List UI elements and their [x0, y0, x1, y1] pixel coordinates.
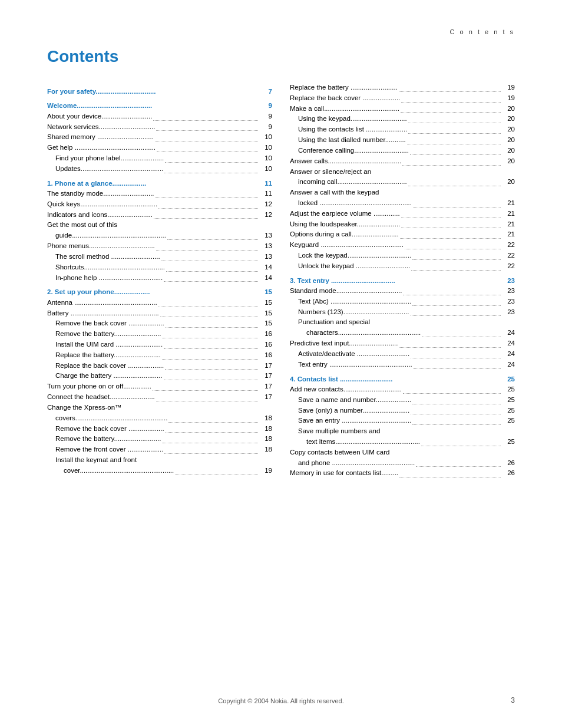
toc-item: Numbers (123)...........................…: [290, 307, 515, 318]
toc-item: Turn your phone on or off...............…: [47, 381, 272, 392]
toc-page: 15: [259, 286, 272, 297]
footer-page-number: 3: [511, 696, 515, 704]
toc-item: Shared memory ..........................…: [47, 132, 272, 143]
toc-page-num: 14: [259, 262, 272, 273]
toc-page-num: 25: [502, 406, 515, 416]
toc-section: 4. Contacts list .......................…: [290, 374, 515, 384]
toc-item: Standard mode...........................…: [290, 286, 515, 297]
toc-item-label: Conference calling......................…: [290, 146, 409, 156]
toc-item-label: Updates.................................…: [47, 164, 163, 174]
toc-item: Make a call.............................…: [290, 104, 515, 114]
toc-page: 23: [502, 275, 515, 286]
toc-item: incoming call...........................…: [290, 177, 515, 187]
toc-item-label: Indicators and icons....................…: [47, 210, 153, 220]
toc-item-label: Phone menus.............................…: [47, 241, 155, 252]
toc-item-label: Replace the battery.....................…: [47, 350, 161, 361]
footer-copyright: Copyright © 2004 Nokia. All rights reser…: [0, 697, 562, 704]
toc-page-num: 20: [502, 146, 515, 156]
toc-item: and phone ..............................…: [290, 458, 515, 469]
toc-item: Save multiple numbers and: [290, 426, 515, 437]
toc-item: Text entry .............................…: [290, 360, 515, 370]
toc-item-label: Keyguard ...............................…: [290, 240, 404, 251]
toc-section: 3. Text entry ..........................…: [290, 275, 515, 286]
toc-item: Answer or silence/reject an: [290, 167, 515, 177]
toc-page-num: 25: [502, 437, 515, 447]
toc-item-label: Shortcuts...............................…: [47, 262, 165, 273]
toc-item-label: Using the last dialled number...........: [290, 135, 406, 146]
toc-item: In-phone help ..........................…: [47, 273, 272, 284]
toc-page-num: 25: [502, 384, 515, 395]
toc-item-label: Save (only) a number....................…: [290, 406, 409, 416]
toc-page-num: 19: [259, 466, 272, 476]
toc-page-num: 11: [259, 189, 272, 199]
toc-item-label: Remove the battery......................…: [47, 434, 161, 444]
toc-item: Remove the battery......................…: [47, 434, 272, 444]
toc-item-label: Using the loudspeaker...................…: [290, 219, 400, 230]
toc-page-num: 17: [259, 361, 272, 371]
toc-page-num: 24: [502, 360, 515, 370]
toc-item-label: Network services........................…: [47, 122, 155, 133]
toc-page-num: 9: [259, 122, 272, 133]
toc-page-num: 20: [502, 156, 515, 167]
toc-item-label: Install the UIM card ...................…: [47, 340, 163, 350]
toc-item-label: Using the keypad........................…: [290, 114, 407, 124]
toc-page-num: 14: [259, 273, 272, 284]
toc-page-num: 19: [502, 83, 515, 93]
toc-item: cover...................................…: [47, 466, 272, 476]
toc-page-num: 24: [502, 328, 515, 338]
toc-page-num: 20: [502, 135, 515, 146]
toc-item-label: Battery ................................…: [47, 308, 159, 319]
toc-page-num: 24: [502, 349, 515, 360]
toc-page-num: 12: [259, 210, 272, 220]
toc-section-label: 2. Set up your phone...................: [47, 286, 259, 297]
toc-page-num: 10: [259, 153, 272, 164]
toc-item: Get help ...............................…: [47, 143, 272, 153]
toc-page-num: 22: [502, 251, 515, 261]
toc-item: Using the keypad........................…: [290, 114, 515, 124]
toc-item-label: Charge the battery .....................…: [47, 371, 163, 381]
toc-page-num: 20: [502, 124, 515, 135]
toc-item: Unlock the keypad ......................…: [290, 261, 515, 272]
toc-page-num: 22: [502, 240, 515, 251]
toc-item-label: Replace the back cover .................…: [290, 93, 400, 104]
toc-page-num: 10: [259, 143, 272, 153]
toc-page-num: 20: [502, 114, 515, 124]
toc-section-label: 3. Text entry ..........................…: [290, 275, 502, 286]
toc-page-num: 24: [502, 338, 515, 349]
toc-item: Get the most out of this: [47, 220, 272, 230]
toc-item: Replace the back cover .................…: [290, 93, 515, 104]
toc-container: For your safety.........................…: [47, 83, 515, 479]
toc-item: Options during a call...................…: [290, 229, 515, 240]
toc-item-label: Connect the headset.....................…: [47, 392, 155, 403]
toc-item: Text (Abc) .............................…: [290, 297, 515, 307]
toc-page: 25: [502, 374, 515, 384]
toc-item-label: Answer calls............................…: [290, 156, 401, 167]
toc-page-num: 15: [259, 318, 272, 329]
toc-item-label: Shared memory ..........................…: [47, 132, 154, 143]
toc-page-num: 17: [259, 381, 272, 392]
toc-page-num: 21: [502, 219, 515, 230]
toc-item: Copy contacts between UIM card: [290, 447, 515, 458]
toc-item-label: Quick keys..............................…: [47, 199, 157, 210]
toc-item-label: Activate/deactivate ....................…: [290, 349, 409, 360]
toc-item: text items..............................…: [290, 437, 515, 447]
toc-item: Using the loudspeaker...................…: [290, 219, 515, 230]
toc-item-label: characters..............................…: [290, 328, 421, 338]
toc-section-label: For your safety.........................…: [47, 86, 259, 97]
toc-item: Using the last dialled number...........…: [290, 135, 515, 146]
toc-item-label: Remove the back cover ..................…: [47, 424, 164, 434]
toc-item: Change the Xpress-on™: [47, 403, 272, 413]
toc-item-label: Add new contacts........................…: [290, 384, 402, 395]
toc-page-num: 18: [259, 444, 272, 455]
toc-item: Adjust the earpiece volume .............…: [290, 209, 515, 219]
toc-item: The scroll method ......................…: [47, 252, 272, 262]
toc-item: Replace the battery.....................…: [47, 350, 272, 361]
toc-section: For your safety.........................…: [47, 86, 272, 97]
toc-item-label: Make a call.............................…: [290, 104, 399, 114]
toc-section-label: 1. Phone at a glance..................: [47, 178, 259, 189]
toc-section: 1. Phone at a glance..................11: [47, 178, 272, 189]
toc-item: Shortcuts...............................…: [47, 262, 272, 273]
toc-item: Save (only) a number....................…: [290, 406, 515, 416]
toc-item: Remove the front cover .................…: [47, 444, 272, 455]
toc-page-num: 22: [502, 261, 515, 272]
